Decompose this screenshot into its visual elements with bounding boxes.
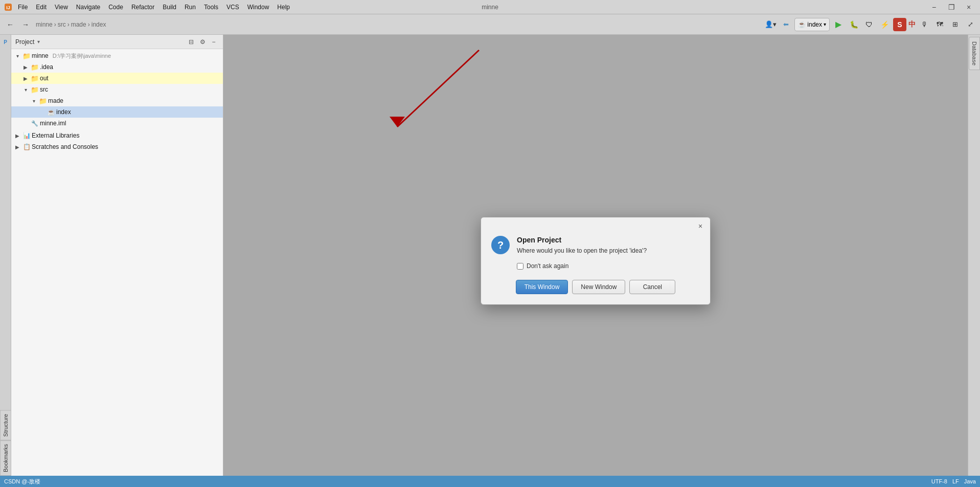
forward-button[interactable]: → (18, 17, 33, 32)
root-toggle[interactable]: ▾ (13, 52, 21, 60)
structure-panel-tab[interactable]: Structure (0, 410, 11, 440)
menu-vcs[interactable]: VCS (223, 3, 243, 12)
close-button[interactable]: × (962, 2, 976, 12)
content-area: Search Everywhere Double Shift × ? (223, 35, 968, 487)
breadcrumb-sep3: › (88, 21, 90, 28)
iml-file-icon: 🔧 (31, 119, 39, 127)
cancel-button[interactable]: Cancel (629, 280, 675, 294)
scratches-toggle[interactable]: ▶ (13, 143, 21, 151)
index-label: index (56, 108, 71, 116)
settings-button[interactable]: ⚙ (197, 37, 208, 47)
idea-folder-icon: 📁 (31, 63, 39, 71)
tree-iml[interactable]: ▶ 🔧 minne.iml (11, 118, 223, 129)
made-label: made (48, 97, 63, 104)
menu-tools[interactable]: Tools (200, 3, 222, 12)
project-panel-icon[interactable]: P (1, 37, 11, 47)
tree-root[interactable]: ▾ 📁 minne D:\学习案例\java\minne (11, 50, 223, 61)
breadcrumb-src[interactable]: src (58, 21, 66, 28)
hide-panel-button[interactable]: − (209, 37, 219, 47)
user-button[interactable]: 👤▾ (764, 18, 777, 31)
collapse-all-button[interactable]: ⊟ (186, 37, 196, 47)
project-tree: ▾ 📁 minne D:\学习案例\java\minne ▶ 📁 .idea ▶… (11, 49, 223, 487)
title-text: minne (482, 4, 498, 11)
menu-help[interactable]: Help (274, 3, 293, 12)
toolbar-right: 👤▾ ⬅ ☕ index ▾ ▶ 🐛 🛡 ⚡ S 中 🎙 🗺 ⊞ ⤢ (764, 18, 977, 31)
title-left: IJ File Edit View Navigate Code Refactor… (4, 3, 293, 12)
modal-overlay: × ? Open Project Where would you like to… (223, 35, 968, 487)
title-bar: IJ File Edit View Navigate Code Refactor… (0, 0, 980, 14)
grid-button[interactable]: ⊞ (948, 18, 962, 31)
project-panel-header: Project ▾ ⊟ ⚙ − (11, 35, 223, 49)
made-folder-icon: 📁 (39, 97, 47, 105)
project-dropdown-icon[interactable]: ▾ (37, 39, 40, 45)
profile-button[interactable]: ⚡ (878, 18, 891, 31)
tree-out[interactable]: ▶ 📁 out (11, 73, 223, 84)
modal-text-block: Open Project Where would you like to ope… (517, 236, 700, 254)
run-config-dropdown[interactable]: ☕ index ▾ (794, 18, 830, 31)
modal-checkbox-row: Don't ask again (491, 262, 700, 270)
right-sidebar: Database (968, 35, 980, 487)
map-button[interactable]: 🗺 (933, 18, 946, 31)
src-toggle[interactable]: ▾ (21, 85, 30, 94)
title-menu: File Edit View Navigate Code Refactor Bu… (14, 3, 293, 12)
breadcrumb-sep1: › (54, 21, 56, 28)
minimize-button[interactable]: − (927, 2, 941, 12)
tree-idea[interactable]: ▶ 📁 .idea (11, 61, 223, 73)
ext-lib-icon: 📊 (22, 131, 31, 140)
status-lf[interactable]: LF (952, 478, 959, 484)
menu-edit[interactable]: Edit (32, 3, 50, 12)
modal-header-row: ? Open Project Where would you like to o… (491, 236, 700, 254)
breadcrumb-file[interactable]: index (92, 21, 106, 28)
nav-back-button[interactable]: ⬅ (779, 18, 792, 31)
app-icon: IJ (4, 3, 12, 11)
breadcrumb-project[interactable]: minne (36, 21, 53, 28)
expand-button[interactable]: ⤢ (964, 18, 977, 31)
menu-view[interactable]: View (51, 3, 72, 12)
index-file-icon: ☕ (47, 108, 55, 116)
menu-file[interactable]: File (14, 3, 31, 12)
run-button[interactable]: ▶ (832, 18, 845, 31)
tree-index[interactable]: ▶ ☕ index (11, 106, 223, 118)
bookmarks-panel-tab[interactable]: Bookmarks (0, 440, 11, 476)
idea-toggle[interactable]: ▶ (21, 63, 30, 71)
dont-ask-checkbox[interactable] (517, 263, 523, 270)
back-button[interactable]: ← (3, 17, 17, 32)
menu-code[interactable]: Code (105, 3, 127, 12)
status-encoding[interactable]: UTF-8 (931, 478, 947, 484)
out-folder-icon: 📁 (31, 74, 39, 82)
scratches-label: Scratches and Consoles (32, 143, 98, 150)
breadcrumb-made[interactable]: made (71, 21, 86, 28)
tree-src[interactable]: ▾ 📁 src (11, 84, 223, 95)
status-java[interactable]: Java (964, 478, 976, 484)
menu-refactor[interactable]: Refactor (128, 3, 158, 12)
restore-button[interactable]: ❐ (944, 2, 959, 12)
tree-made[interactable]: ▾ 📁 made (11, 95, 223, 106)
tree-scratches[interactable]: ▶ 📋 Scratches and Consoles (11, 141, 223, 152)
debug-button[interactable]: 🐛 (847, 18, 860, 31)
menu-build[interactable]: Build (159, 3, 180, 12)
main-layout: P Project ▾ ⊟ ⚙ − ▾ 📁 minne D:\学习案例\java… (0, 35, 980, 487)
ext-lib-label: External Libraries (32, 132, 79, 139)
toolbar: ← → minne › src › made › index 👤▾ ⬅ ☕ in… (0, 14, 980, 35)
database-panel-tab[interactable]: Database (969, 37, 980, 70)
dont-ask-label[interactable]: Don't ask again (527, 262, 568, 270)
this-window-button[interactable]: This Window (516, 280, 568, 294)
modal-titlebar: × (481, 217, 710, 232)
modal-close-button[interactable]: × (695, 220, 706, 232)
src-folder-icon: 📁 (31, 85, 39, 94)
tree-external-libraries[interactable]: ▶ 📊 External Libraries (11, 130, 223, 141)
ext-toggle[interactable]: ▶ (13, 131, 21, 140)
new-window-button[interactable]: New Window (572, 280, 625, 294)
mic-button[interactable]: 🎙 (918, 18, 931, 31)
sogou-icon: S (893, 18, 906, 31)
iml-label: minne.iml (40, 120, 66, 127)
menu-window[interactable]: Window (244, 3, 273, 12)
menu-navigate[interactable]: Navigate (73, 3, 104, 12)
project-panel: Project ▾ ⊟ ⚙ − ▾ 📁 minne D:\学习案例\java\m… (11, 35, 223, 487)
coverage-button[interactable]: 🛡 (862, 18, 876, 31)
out-toggle[interactable]: ▶ (21, 74, 30, 82)
run-config-label: index (807, 21, 822, 28)
menu-run[interactable]: Run (181, 3, 199, 12)
made-toggle[interactable]: ▾ (30, 97, 38, 105)
status-bar: CSDN @-敌楼 UTF-8 LF Java (0, 476, 980, 487)
